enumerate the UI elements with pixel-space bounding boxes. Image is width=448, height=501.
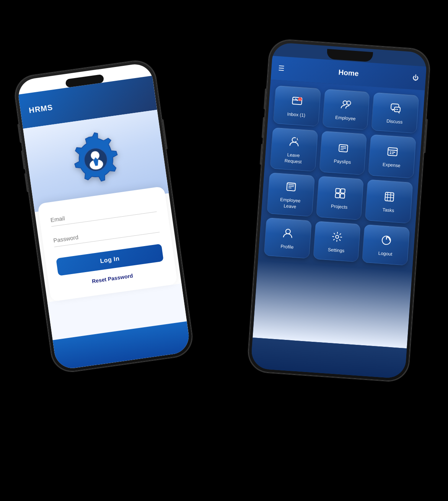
menu-tile-profile[interactable]: Profile: [264, 217, 311, 259]
settings-icon: [331, 230, 343, 245]
menu-tile-inbox[interactable]: 1 Inbox (1): [273, 85, 321, 126]
svg-rect-29: [336, 188, 340, 193]
expense-icon: [386, 145, 398, 160]
menu-tile-projects[interactable]: Projects: [316, 176, 364, 220]
svg-rect-33: [384, 192, 393, 201]
menu-tile-settings[interactable]: Settings: [313, 221, 360, 262]
menu-tile-employee-leave[interactable]: EmployeeLeave: [266, 172, 314, 217]
gear-icon-container: [61, 126, 130, 196]
employee-leave-icon: [285, 181, 297, 195]
tasks-label: Tasks: [382, 207, 394, 214]
profile-icon: [282, 227, 294, 241]
profile-label: Profile: [280, 243, 293, 250]
home-phone: ☰ Home ⏻ 1: [247, 39, 431, 382]
scene: HRMS: [14, 21, 435, 480]
svg-line-36: [387, 192, 388, 201]
menu-tile-employee[interactable]: Employee: [322, 88, 370, 130]
discuss-label: Discuss: [386, 118, 402, 125]
discuss-icon: [389, 102, 401, 116]
gear-icon: [61, 126, 130, 196]
employee-leave-label: EmployeeLeave: [279, 197, 300, 210]
header-power-icon[interactable]: ⏻: [412, 74, 419, 81]
menu-tile-expense[interactable]: Expense: [368, 134, 416, 178]
payslips-icon: [337, 142, 349, 156]
expense-label: Expense: [382, 162, 401, 169]
leave-request-label: LeaveRequest: [284, 152, 302, 165]
leave-request-icon: [288, 135, 300, 150]
svg-rect-31: [335, 193, 340, 198]
svg-line-17: [340, 149, 344, 150]
menu-tile-logout[interactable]: Logout: [362, 224, 409, 266]
inbox-icon: 1: [291, 95, 303, 109]
payslips-label: Payslips: [334, 158, 351, 165]
home-title: Home: [284, 64, 413, 82]
svg-point-38: [285, 229, 290, 234]
svg-rect-8: [391, 103, 399, 109]
svg-line-35: [385, 197, 393, 198]
menu-tile-discuss[interactable]: Discuss: [371, 92, 419, 133]
svg-rect-28: [287, 183, 295, 185]
svg-rect-24: [287, 183, 295, 191]
svg-text:1: 1: [299, 98, 301, 101]
settings-label: Settings: [327, 247, 344, 254]
svg-line-27: [288, 188, 292, 188]
menu-tile-payslips[interactable]: Payslips: [319, 131, 367, 175]
svg-line-19: [388, 150, 397, 150]
svg-line-25: [288, 184, 294, 185]
svg-point-4: [298, 97, 302, 101]
svg-point-40: [381, 236, 390, 245]
svg-rect-14: [339, 144, 347, 152]
svg-point-6: [343, 100, 347, 104]
svg-line-21: [392, 152, 395, 152]
svg-point-12: [292, 137, 297, 142]
projects-label: Projects: [331, 203, 347, 211]
svg-rect-3: [292, 97, 302, 104]
svg-line-15: [340, 146, 346, 147]
svg-line-16: [340, 148, 346, 148]
employee-label: Employee: [335, 114, 355, 122]
svg-point-13: [295, 137, 299, 141]
svg-rect-32: [340, 194, 345, 198]
login-form: Log In Reset Password: [37, 186, 178, 302]
tasks-icon: [383, 191, 395, 205]
login-phone: HRMS: [13, 59, 194, 374]
inbox-label: Inbox (1): [287, 111, 305, 118]
logout-label: Logout: [378, 250, 393, 257]
employee-icon: [340, 98, 352, 113]
menu-tile-tasks[interactable]: Tasks: [365, 179, 413, 224]
app-title: HRMS: [28, 103, 53, 115]
projects-icon: [334, 187, 346, 201]
hamburger-icon[interactable]: ☰: [278, 64, 284, 73]
svg-line-26: [288, 186, 294, 186]
menu-tile-leave-request[interactable]: LeaveRequest: [270, 127, 318, 171]
svg-point-7: [347, 101, 351, 105]
svg-line-37: [390, 193, 391, 201]
svg-rect-18: [388, 147, 397, 156]
logout-icon: [380, 234, 392, 248]
svg-line-34: [385, 194, 393, 195]
home-menu-grid: 1 Inbox (1): [258, 79, 425, 271]
svg-rect-30: [340, 189, 345, 193]
svg-point-39: [335, 235, 339, 238]
